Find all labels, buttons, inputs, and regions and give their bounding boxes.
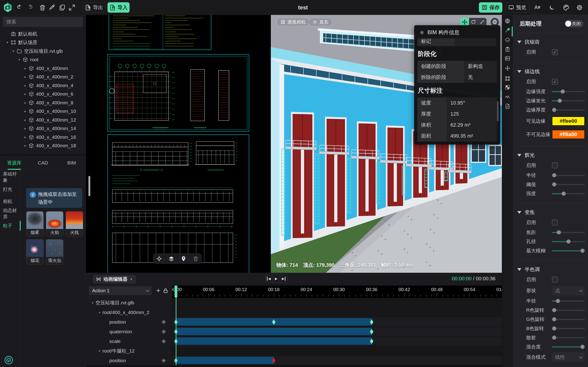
keyframe-diamond-button[interactable] — [161, 329, 166, 334]
settings-gear-icon[interactable] — [575, 3, 584, 12]
play-button[interactable]: ▶ — [273, 275, 280, 282]
environment-globe-button[interactable] — [491, 18, 499, 26]
slider-阈值[interactable] — [552, 184, 585, 185]
expand-closed-icon[interactable]: ▸ — [22, 126, 28, 131]
tree-item-默认场景[interactable]: ▾默认场景 — [0, 38, 86, 47]
mosaic-icon[interactable] — [505, 84, 510, 90]
magic-wand-icon[interactable] — [505, 27, 510, 33]
action-select[interactable]: Action 1 — [89, 286, 152, 295]
track-label-position[interactable]: position — [86, 356, 172, 365]
slider-边缘强度[interactable] — [552, 91, 585, 92]
slider-knob[interactable] — [561, 90, 565, 94]
keyframe-diamond-button[interactable] — [161, 358, 166, 363]
notes-icon[interactable] — [505, 47, 510, 52]
tab-library[interactable]: 资源库 — [0, 156, 29, 170]
particle-萤火虫[interactable]: 萤火虫 — [46, 239, 63, 265]
lock-action-button[interactable] — [163, 288, 169, 294]
tree-item-400_x_400mm_12[interactable]: ▸400_x_400mm_12 — [0, 116, 86, 124]
tree-item-root[interactable]: ▾root — [0, 56, 86, 64]
freehand-icon[interactable] — [505, 94, 510, 99]
tab-cad[interactable]: CAD — [29, 156, 57, 170]
cad-scrollbar[interactable] — [88, 176, 90, 196]
slider-knob[interactable] — [552, 173, 556, 177]
track-label-root/400_x_400mm_2[interactable]: ▾root/400_x_400mm_2 — [86, 308, 172, 317]
file-code-icon[interactable] — [505, 103, 510, 109]
render-mode-button[interactable]: 真实 — [309, 18, 332, 26]
slider-散射[interactable] — [552, 337, 585, 338]
layers-icon[interactable] — [168, 256, 174, 262]
expand-open-icon[interactable]: ▾ — [16, 58, 23, 62]
cad-viewport[interactable] — [86, 15, 271, 273]
color-swatch-不可见边缘[interactable]: #ff6a00 — [552, 130, 585, 139]
expand-closed-icon[interactable]: ▸ — [22, 135, 28, 139]
expand-closed-icon[interactable]: ▸ — [22, 101, 28, 105]
redo-button[interactable] — [25, 3, 34, 12]
slider-最大模糊[interactable] — [552, 250, 585, 251]
expand-closed-icon[interactable]: ▸ — [22, 118, 28, 122]
slider-半径[interactable] — [552, 300, 585, 302]
particle-烟花[interactable]: 烟花 — [26, 239, 44, 265]
slider-knob[interactable] — [558, 99, 562, 103]
checkbox-启用[interactable] — [552, 219, 558, 225]
track-label-quaternion[interactable]: quaternion — [86, 327, 172, 336]
slider-焦距[interactable] — [552, 232, 585, 233]
tree-item-400_x_400mm_6[interactable]: ▸400_x_400mm_6 — [0, 90, 86, 99]
track-lanes[interactable]: 00:0000:0600:1200:1800:2400:3000:3600:42… — [172, 286, 502, 365]
category-动态材质[interactable]: 动态材质 — [0, 209, 20, 218]
expand-closed-icon[interactable]: ▸ — [22, 92, 28, 96]
artboard-icon[interactable] — [505, 76, 510, 81]
expand-open-icon[interactable]: ▾ — [96, 311, 103, 314]
trash-icon[interactable] — [193, 256, 199, 262]
track-lane-scale[interactable] — [172, 336, 502, 346]
slider-knob[interactable] — [552, 336, 556, 340]
slider-knob[interactable] — [557, 230, 561, 234]
slider-knob[interactable] — [552, 182, 556, 186]
next-frame-button[interactable]: ▶ — [280, 275, 287, 282]
checkbox-启用[interactable]: ✓ — [552, 49, 558, 55]
weather-icon[interactable] — [505, 37, 510, 43]
animation-editor-button[interactable]: 动画编辑器 ▼ — [93, 275, 136, 284]
theme-moon-icon[interactable] — [548, 3, 556, 12]
category-灯光[interactable]: 灯光 — [0, 185, 20, 194]
move-tool-button[interactable] — [460, 18, 469, 26]
slider-knob[interactable] — [580, 249, 585, 253]
select-形状[interactable]: 点 — [552, 286, 585, 295]
app-logo[interactable] — [3, 2, 13, 13]
expand-open-icon[interactable]: ▾ — [90, 301, 95, 305]
particle-烟雾[interactable]: 烟雾 — [26, 211, 44, 236]
prev-frame-button[interactable]: ◀ — [265, 275, 273, 282]
search-input[interactable] — [3, 17, 83, 27]
select-混合模式[interactable]: 线性 — [552, 352, 585, 362]
category-基础对象[interactable]: 基础对象 — [0, 173, 20, 181]
slider-knob[interactable] — [580, 345, 585, 349]
particle-火焰[interactable]: 火焰 — [46, 211, 63, 236]
track-lane-root/牛腿柱_12[interactable] — [172, 346, 502, 356]
transform-icon[interactable] — [505, 65, 510, 71]
tree-item-400_x_400mm_10[interactable]: ▸400_x_400mm_10 — [0, 107, 86, 116]
tree-item-默认相机[interactable]: 默认相机 — [0, 30, 86, 38]
collapse-viewport-button[interactable] — [478, 18, 486, 26]
save-button[interactable]: 保存 — [479, 2, 502, 13]
section-描边线[interactable]: 描边线 — [517, 68, 585, 75]
tree-item-400_x_400mm_16[interactable]: ▸400_x_400mm_16 — [0, 133, 86, 142]
slider-边缘厚度[interactable] — [552, 109, 585, 110]
undo-button[interactable] — [16, 3, 24, 12]
slider-knob[interactable] — [552, 108, 556, 112]
expand-closed-icon[interactable]: ▸ — [22, 109, 28, 113]
track-lane-position[interactable] — [172, 356, 502, 365]
slider-knob[interactable] — [552, 308, 556, 312]
section-变焦[interactable]: 变焦 — [517, 209, 585, 216]
slider-R色旋转[interactable] — [552, 310, 585, 311]
tree-item-空压站项目.rvt.glb[interactable]: ▾空压站项目.rvt.glb — [0, 47, 86, 56]
expand-closed-icon[interactable]: ▸ — [22, 66, 28, 70]
keyframe-bar[interactable] — [176, 328, 372, 335]
expand-closed-icon[interactable]: ▸ — [22, 75, 28, 79]
slider-G色旋转[interactable] — [552, 319, 585, 320]
keyframe-bar[interactable] — [176, 338, 372, 345]
expand-closed-icon[interactable]: ▸ — [22, 144, 28, 148]
copy-button[interactable] — [58, 3, 67, 12]
track-label-空压站项目.rvt.glb[interactable]: ▾空压站项目.rvt.glb — [86, 298, 172, 308]
playhead-handle[interactable] — [174, 286, 177, 298]
track-lane-root/400_x_400mm_2[interactable] — [172, 308, 502, 317]
track-lane-position[interactable] — [172, 317, 502, 327]
